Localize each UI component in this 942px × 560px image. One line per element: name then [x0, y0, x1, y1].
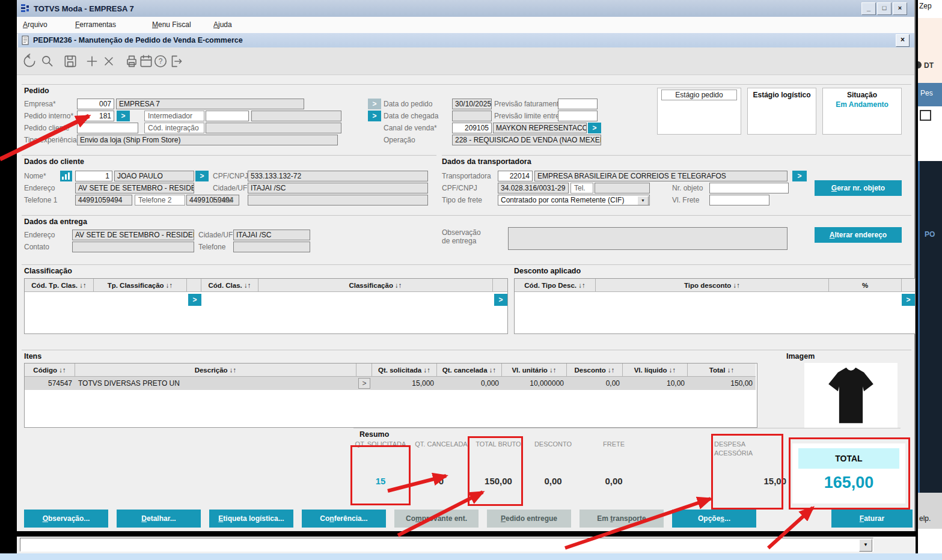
vl-frete-field[interactable] — [709, 195, 769, 205]
item-chevron-button[interactable]: > — [358, 378, 370, 389]
column-header[interactable]: Qt. cancelada ↓↑ — [437, 364, 502, 377]
menu-bar: Arquivo Ferramentas Menu Fiscal Ajuda — [17, 17, 914, 34]
qt-solicitada-value: 15 — [350, 476, 411, 486]
previsao-limite-field[interactable] — [558, 111, 598, 121]
column-header[interactable]: Vl. líquido ↓↑ — [623, 364, 688, 377]
column-header[interactable]: Qt. solicitada ↓↑ — [372, 364, 437, 377]
intermediador-name-field — [251, 111, 341, 121]
entrega-section-title: Dados da entrega — [24, 218, 87, 226]
column-header[interactable]: Cód. Tp. Clas. ↓↑ — [25, 279, 94, 292]
item-qt-cancelada: 0,000 — [437, 377, 502, 390]
pedido-interno-chevron-button[interactable]: > — [117, 111, 130, 121]
imagem-section-title: Imagem — [786, 352, 815, 361]
menu-ajuda[interactable]: Ajuda — [213, 20, 232, 29]
intermediador-code-field[interactable] — [206, 111, 249, 121]
observacao-button[interactable]: Observação... — [24, 510, 108, 528]
empresa-code-field[interactable]: 007 — [77, 99, 114, 109]
alterar-endereco-button[interactable]: Alterar endereço — [815, 227, 902, 243]
background-window-blue-band: Pes — [918, 83, 942, 106]
classificacao-chevron-button-2[interactable]: > — [494, 294, 507, 306]
circle-icon — [918, 61, 922, 68]
empresa-name-field: EMPRESA 7 — [116, 99, 304, 109]
background-window-title: Zep — [919, 2, 932, 10]
tipo-frete-dropdown[interactable]: Contratado por conta Remetente (CIF) ▼ — [498, 195, 650, 205]
exit-icon[interactable] — [168, 53, 184, 69]
form-close-button[interactable]: × — [896, 34, 910, 47]
em-transporte-button[interactable]: Em transporte — [580, 510, 664, 528]
qt-solicitada-label: QT. SOLICITADA — [350, 440, 411, 448]
column-header[interactable]: Desconto ↓↑ — [567, 364, 623, 377]
cliente-code-field[interactable]: 1 — [75, 171, 112, 181]
column-header[interactable]: Total ↓↑ — [688, 364, 756, 377]
telefone1-field: 44991059494 — [75, 195, 132, 205]
classificacao-header-row: Cód. Tp. Clas. ↓↑ Tp. Classificação ↓↑ C… — [25, 279, 507, 292]
menu-arquivo[interactable]: Arquivo — [23, 20, 47, 29]
delete-icon[interactable] — [101, 53, 117, 69]
opcoes-button[interactable]: Opções... — [672, 510, 756, 528]
form-title: PEDFM236 - Manutenção de Pedido de Venda… — [33, 36, 243, 44]
stats-chart-icon[interactable] — [60, 171, 72, 181]
totvs-main-window: TOTVS Moda - EMPRESA 7 _ □ × Arquivo Fer… — [17, 0, 916, 531]
column-header[interactable]: Código ↓↑ — [25, 364, 75, 377]
column-header[interactable]: Tipo desconto ↓↑ — [596, 279, 829, 292]
background-window-po-text: PO — [925, 230, 935, 239]
nr-objeto-field[interactable] — [709, 183, 789, 193]
column-header[interactable]: % — [829, 279, 902, 292]
background-window-grey: elp. — [918, 493, 942, 529]
column-header[interactable]: Cód. Tipo Desc. ↓↑ — [515, 279, 596, 292]
entrega-endereco-field: AV SETE DE SETEMBRO - RESIDENCIAL 35 FA — [72, 230, 194, 240]
background-window-help-text: elp. — [919, 514, 931, 523]
section-separator — [22, 215, 911, 216]
combobox-dropdown-icon[interactable]: ▼ — [859, 539, 872, 552]
classificacao-chevron-button[interactable]: > — [188, 294, 201, 306]
table-row[interactable]: 574547 TOTVS DIVERSAS PRETO UN > 15,000 … — [25, 377, 757, 390]
bottom-combobox[interactable]: ▼ — [20, 538, 873, 552]
screenshot-canvas: Zep DT Pes PO elp. TOTVS Moda - EMPRESA … — [0, 0, 942, 560]
intermediador-chevron-button[interactable]: > — [368, 111, 381, 121]
previsao-faturamento-field[interactable] — [558, 99, 598, 109]
dropdown-arrow-icon[interactable]: ▼ — [637, 196, 649, 205]
pedido-interno-field[interactable]: 181 — [77, 111, 114, 121]
bottom-bar: ▼ — [17, 537, 916, 553]
schedule-icon[interactable] — [138, 53, 154, 69]
menu-ferramentas[interactable]: Ferramentas — [75, 20, 116, 29]
desconto-chevron-button[interactable]: > — [902, 294, 915, 306]
column-header[interactable]: Cód. Clas. ↓↑ — [201, 279, 258, 292]
empresa-chevron-button[interactable]: > — [368, 99, 381, 109]
close-button[interactable]: × — [893, 2, 907, 15]
print-icon[interactable] — [124, 53, 139, 69]
desconto-table: Cód. Tipo Desc. ↓↑ Tipo desconto ↓↑ % > — [514, 278, 916, 334]
cod-integracao-label: Cód. integração — [144, 123, 204, 133]
pedido-entregue-button[interactable]: Pedido entregue — [487, 510, 571, 528]
maximize-button[interactable]: □ — [877, 2, 892, 15]
etiqueta-logistica-button[interactable]: Etiqueta logística... — [209, 510, 293, 528]
column-header[interactable]: Tp. Classificação ↓↑ — [94, 279, 187, 292]
canal-venda-code-field[interactable]: 209105 — [452, 123, 492, 133]
faturar-button[interactable]: Faturar — [831, 510, 913, 528]
menu-menu-fiscal[interactable]: Menu Fiscal — [152, 20, 191, 29]
background-window-dt-text: DT — [924, 61, 934, 70]
conferencia-button[interactable]: Conferência... — [302, 510, 386, 528]
transportadora-chevron-button[interactable]: > — [792, 171, 807, 181]
detalhar-button[interactable]: Detalhar... — [117, 510, 201, 528]
pedido-cliente-field[interactable] — [77, 123, 138, 133]
save-icon[interactable] — [63, 53, 78, 69]
undo-icon[interactable] — [22, 53, 37, 69]
total-panel: TOTAL 165,00 — [792, 443, 905, 504]
transportadora-code-field[interactable]: 22014 — [498, 171, 533, 181]
column-header-empty — [356, 364, 372, 377]
tipo-frete-label: Tipo de frete — [442, 195, 482, 205]
cliente-chevron-button[interactable]: > — [195, 171, 209, 181]
add-icon[interactable] — [84, 53, 100, 69]
column-header[interactable]: Descrição ↓↑ — [75, 364, 356, 377]
gerar-nr-objeto-button[interactable]: Gerar nr. objeto — [815, 180, 902, 196]
column-header[interactable]: Vl. unitário ↓↑ — [502, 364, 567, 377]
canal-venda-chevron-button[interactable]: > — [588, 123, 601, 133]
column-header[interactable]: Classificação ↓↑ — [258, 279, 493, 292]
comprovante-ent-button[interactable]: Comprovante ent. — [394, 510, 479, 528]
minimize-button[interactable]: _ — [861, 2, 876, 15]
email-field — [248, 195, 428, 205]
search-icon[interactable] — [40, 53, 55, 69]
help-icon[interactable]: ? — [153, 53, 168, 69]
desconto-resumo-label: DESCONTO — [529, 440, 577, 448]
